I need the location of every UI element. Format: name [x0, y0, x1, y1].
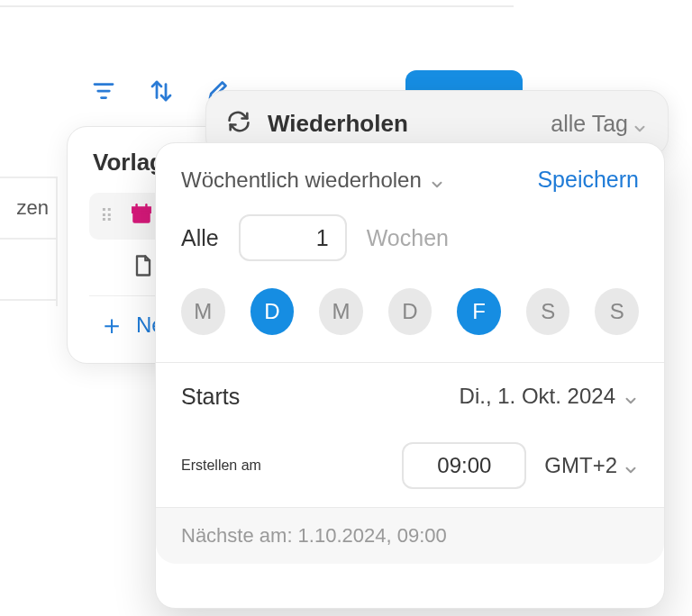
create-at-time-input[interactable]: [402, 442, 526, 489]
filter-icon[interactable]: [90, 77, 117, 104]
weekday-fri[interactable]: F: [457, 288, 501, 335]
timezone-label: GMT+2: [544, 453, 617, 478]
starts-row: Starts Di., 1. Okt. 2024: [181, 363, 639, 430]
drag-handle-icon[interactable]: ⠿: [100, 205, 117, 227]
frequency-label: alle Tag: [551, 111, 628, 137]
frequency-select[interactable]: alle Tag: [551, 111, 648, 137]
every-label: Alle: [181, 225, 219, 251]
weekday-picker: M D M D F S S: [181, 288, 639, 335]
interval-input[interactable]: [239, 214, 347, 261]
unit-label: Wochen: [367, 225, 449, 251]
starts-date-select[interactable]: Di., 1. Okt. 2024: [460, 384, 639, 409]
weekday-sun[interactable]: S: [595, 288, 639, 335]
repeat-settings-popover: Wöchentlich wiederholen Speichern Alle W…: [155, 142, 665, 609]
repeat-title: Wiederholen: [268, 110, 408, 138]
divider: [0, 5, 514, 7]
sidebar-row[interactable]: [0, 240, 56, 301]
create-at-label: Erstellen am: [181, 457, 384, 474]
weekday-wed[interactable]: M: [319, 288, 363, 335]
weekday-thu[interactable]: D: [388, 288, 432, 335]
plus-icon: ＋: [98, 312, 125, 339]
repeat-icon: [226, 109, 251, 138]
starts-date-value: Di., 1. Okt. 2024: [460, 384, 615, 409]
sidebar-row-label: zen: [17, 196, 49, 220]
svg-rect-4: [132, 207, 150, 212]
sort-icon[interactable]: [148, 77, 175, 104]
calendar-icon: [130, 203, 153, 230]
chevron-down-icon: [632, 116, 648, 132]
sidebar-row[interactable]: zen: [0, 178, 56, 240]
next-occurrence-label: Nächste am: 1.10.2024, 09:00: [181, 524, 447, 547]
chevron-down-icon: [623, 458, 639, 475]
chevron-down-icon: [429, 173, 445, 189]
chevron-down-icon: [623, 389, 639, 405]
weekday-tue[interactable]: D: [250, 288, 295, 335]
create-at-row: Erstellen am GMT+2: [181, 430, 639, 502]
page-icon: [131, 253, 156, 282]
save-button[interactable]: Speichern: [537, 167, 639, 193]
repeat-mode-label: Wöchentlich wiederholen: [181, 168, 422, 193]
interval-row: Alle Wochen: [181, 214, 639, 261]
sidebar-fragment: zen: [0, 177, 58, 306]
weekday-mon[interactable]: M: [181, 288, 225, 335]
weekday-sat[interactable]: S: [526, 288, 570, 335]
timezone-select[interactable]: GMT+2: [544, 453, 639, 478]
repeat-mode-select[interactable]: Wöchentlich wiederholen: [181, 168, 445, 193]
starts-label: Starts: [181, 384, 240, 410]
next-occurrence-footer: Nächste am: 1.10.2024, 09:00: [156, 507, 664, 564]
